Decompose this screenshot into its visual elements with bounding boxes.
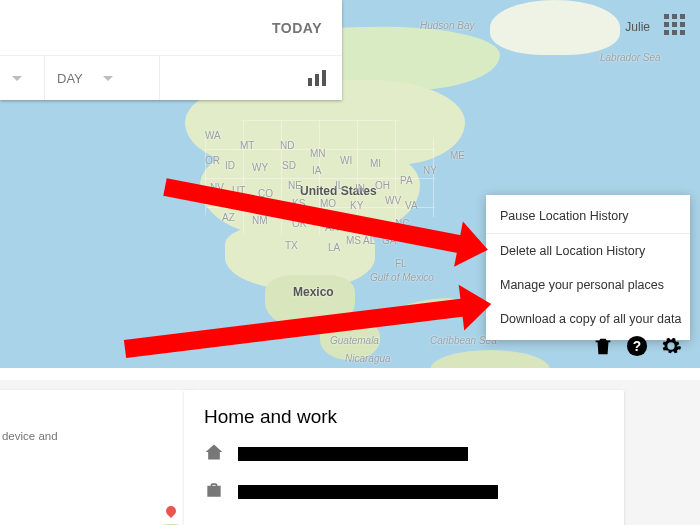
- bar-chart-icon[interactable]: [308, 70, 326, 86]
- unit-label: DAY: [57, 71, 83, 86]
- card-title: Home and work: [204, 406, 604, 428]
- today-button[interactable]: TODAY: [272, 20, 322, 36]
- state-ia: IA: [312, 165, 321, 176]
- state-mo: MO: [320, 198, 336, 209]
- state-ne: NE: [288, 180, 302, 191]
- svg-text:?: ?: [633, 339, 641, 354]
- state-mt: MT: [240, 140, 254, 151]
- label-gulf: Gulf of Mexico: [370, 272, 434, 283]
- state-wi: WI: [340, 155, 352, 166]
- state-or: OR: [205, 155, 220, 166]
- menu-download-data[interactable]: Download a copy of all your data: [486, 302, 690, 336]
- state-pa: PA: [400, 175, 413, 186]
- work-row[interactable]: [204, 480, 604, 504]
- trash-icon[interactable]: [592, 335, 614, 357]
- state-fl: FL: [395, 258, 407, 269]
- work-address-redacted: [238, 485, 498, 499]
- state-ms: MS: [346, 235, 361, 246]
- menu-delete-all-history[interactable]: Delete all Location History: [486, 234, 690, 268]
- state-id: ID: [225, 160, 235, 171]
- state-me: ME: [450, 150, 465, 161]
- state-sd: SD: [282, 160, 296, 171]
- state-il: IL: [335, 180, 343, 191]
- state-wy: WY: [252, 162, 268, 173]
- chevron-down-icon: [103, 76, 113, 81]
- card-strip: is on by your mobile device and STORY Ho…: [0, 380, 700, 525]
- label-guatemala: Guatemala: [330, 335, 379, 346]
- home-and-work-card: Home and work: [184, 390, 624, 525]
- date-filter-panel: TODAY DAY: [0, 0, 342, 100]
- map-action-icons: ?: [592, 335, 682, 357]
- state-tx: TX: [285, 240, 298, 251]
- state-ny: NY: [423, 165, 437, 176]
- google-apps-icon[interactable]: [664, 14, 686, 36]
- menu-pause-history[interactable]: Pause Location History: [486, 199, 690, 233]
- location-history-status-card: is on by your mobile device and STORY: [0, 390, 198, 525]
- state-az: AZ: [222, 212, 235, 223]
- help-icon[interactable]: ?: [626, 335, 648, 357]
- gear-icon[interactable]: [660, 335, 682, 357]
- state-oh: OH: [375, 180, 390, 191]
- user-name[interactable]: Julie: [625, 20, 650, 34]
- label-hudson-bay: Hudson Bay: [420, 20, 474, 31]
- card-subtitle: by your mobile device and: [0, 428, 184, 444]
- unit-dropdown[interactable]: DAY: [45, 56, 160, 100]
- state-nd: ND: [280, 140, 294, 151]
- card-title: is on: [0, 404, 184, 426]
- home-address-redacted: [238, 447, 468, 461]
- menu-manage-places[interactable]: Manage your personal places: [486, 268, 690, 302]
- state-nm: NM: [252, 215, 268, 226]
- state-la: LA: [328, 242, 340, 253]
- home-icon: [204, 442, 224, 466]
- chevron-down-icon: [12, 76, 22, 81]
- work-icon: [204, 480, 224, 504]
- home-row[interactable]: [204, 442, 604, 466]
- label-nicaragua: Nicaragua: [345, 353, 391, 364]
- state-mn: MN: [310, 148, 326, 159]
- state-wa: WA: [205, 130, 221, 141]
- settings-menu: Pause Location History Delete all Locati…: [486, 195, 690, 340]
- label-mexico: Mexico: [293, 285, 334, 299]
- state-wv: WV: [385, 195, 401, 206]
- state-in: IN: [355, 183, 365, 194]
- state-ky: KY: [350, 200, 363, 211]
- label-labrador: Labrador Sea: [600, 52, 661, 63]
- state-va: VA: [405, 200, 418, 211]
- date-dropdown-1[interactable]: [0, 56, 45, 100]
- state-mi: MI: [370, 158, 381, 169]
